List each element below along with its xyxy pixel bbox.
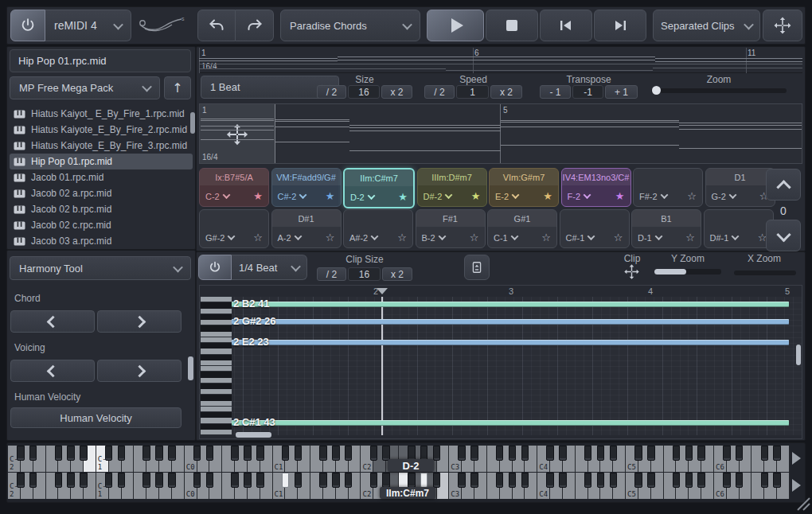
piano-key-sharp[interactable] [736, 446, 744, 461]
piano-key-sharp[interactable] [470, 446, 478, 461]
piano-key-sharp[interactable] [168, 473, 176, 488]
file-list-scrollbar[interactable] [190, 112, 195, 134]
roll-key-white[interactable] [201, 418, 232, 423]
piano-key-sharp[interactable] [142, 446, 150, 461]
chord-clip[interactable]: IIm:C#m7D-2★ [343, 168, 415, 208]
piano-key-sharp[interactable] [521, 473, 529, 488]
chord-clip[interactable]: VM:F#add9/G#C#-2★ [271, 168, 342, 207]
piano-key-sharp[interactable] [142, 473, 150, 488]
skip-to-start-button[interactable] [540, 10, 592, 41]
piano-key-sharp[interactable] [193, 446, 201, 461]
chord-clip[interactable]: D#1A-2☆ [271, 209, 342, 248]
star-icon[interactable]: ☆ [397, 232, 407, 243]
chord-clip[interactable]: C#-1☆ [560, 209, 630, 248]
clip-size-value[interactable]: 16 [348, 267, 381, 281]
star-icon[interactable]: ☆ [541, 232, 551, 243]
piano-key-sharp[interactable] [29, 473, 37, 488]
chord-clip[interactable]: IV4:EM13no3/C#F-2★ [561, 168, 631, 207]
clip-overview[interactable]: 1 5 16/4 [199, 103, 802, 164]
roll-key-black[interactable] [201, 372, 232, 377]
piano-key-sharp[interactable] [610, 446, 618, 461]
speed-increase-button[interactable]: x 2 [490, 85, 522, 99]
piano-key-sharp[interactable] [458, 446, 466, 461]
file-list-item[interactable]: Jacob 03 a.rpc.mid [10, 233, 193, 248]
chevron-down-icon[interactable] [732, 232, 740, 240]
piano-key-sharp[interactable] [206, 446, 214, 461]
star-icon[interactable]: ☆ [470, 232, 479, 243]
piano-key-sharp[interactable] [509, 446, 517, 461]
midi-note[interactable] [232, 302, 789, 307]
chevron-down-icon[interactable] [588, 232, 595, 240]
piano-key-sharp[interactable] [546, 473, 554, 488]
chevron-down-icon[interactable] [512, 191, 520, 199]
stop-button[interactable] [486, 10, 538, 41]
size-decrease-button[interactable]: / 2 [317, 85, 346, 99]
file-list-item[interactable]: Hiatus Kaiyot_ E_By_Fire_1.rpc.mid [10, 106, 193, 122]
star-icon[interactable]: ☆ [614, 232, 623, 243]
voicing-next-button[interactable] [97, 360, 182, 382]
piano-key-sharp[interactable] [67, 446, 75, 461]
chevron-down-icon[interactable] [728, 191, 736, 199]
output-mode-dropdown[interactable]: Separated Clips [653, 10, 760, 41]
piano-key-sharp[interactable] [80, 473, 88, 488]
harmony-beat-dropdown[interactable]: 1/4 Beat [232, 255, 307, 280]
piano-key-sharp[interactable] [509, 473, 517, 488]
piano-roll[interactable]: 2 3 4 5 2 B2 412 G#2 262 E2 232 C#1 43 [199, 285, 802, 439]
roll-key-black[interactable] [201, 395, 232, 400]
tools-panel-scrollbar[interactable] [188, 356, 193, 380]
piano-key-sharp[interactable] [546, 446, 554, 461]
piano-key-sharp[interactable] [761, 473, 769, 488]
roll-key-white[interactable] [201, 297, 232, 302]
playhead-line[interactable] [381, 297, 383, 435]
chevron-down-icon[interactable] [660, 191, 668, 199]
window-resize-handle[interactable] [791, 492, 810, 511]
piano-key-sharp[interactable] [697, 446, 705, 461]
piano-key-sharp[interactable] [673, 473, 681, 488]
piano-key-sharp[interactable] [470, 473, 478, 488]
piano-key-sharp[interactable] [559, 446, 567, 461]
piano-key-sharp[interactable] [256, 473, 264, 488]
roll-v-scrollbar[interactable] [796, 345, 801, 365]
piano-key-sharp[interactable] [496, 473, 504, 488]
file-list-item[interactable]: Hiatus Kaiyote_E_By_Fire_3.rpc.mid [10, 138, 193, 154]
roll-key-white[interactable] [201, 389, 232, 395]
roll-key-white[interactable] [201, 430, 232, 435]
roll-key-black[interactable] [201, 325, 232, 331]
roll-key-white[interactable] [201, 309, 232, 314]
roll-key-black[interactable] [201, 424, 232, 430]
piano-key-sharp[interactable] [17, 473, 25, 488]
piano-key-sharp[interactable] [736, 473, 744, 488]
roll-key-white[interactable] [201, 337, 232, 343]
roll-key-black[interactable] [201, 355, 232, 360]
piano-key-sharp[interactable] [521, 446, 529, 461]
piano-key-sharp[interactable] [458, 473, 466, 488]
x-zoom-slider[interactable] [734, 271, 796, 275]
size-value[interactable]: 16 [348, 85, 380, 99]
piano-key-sharp[interactable] [67, 473, 75, 488]
file-list-item[interactable]: Hiatus Kaiyote_E_By_Fire_2.rpc.mid [10, 122, 193, 138]
piano-roll-grid[interactable] [232, 297, 802, 435]
piano-key-sharp[interactable] [345, 446, 353, 461]
piano-key-sharp[interactable] [433, 473, 441, 488]
file-list-item[interactable]: Jacob 02 c.rpc.mid [10, 217, 193, 233]
harmony-tool-dropdown[interactable]: Harmony Tool [10, 256, 191, 280]
file-list-item[interactable]: Jacob 02 b.rpc.mid [10, 201, 193, 217]
clip-size-increase-button[interactable]: x 2 [382, 267, 412, 281]
piano-key-sharp[interactable] [231, 446, 239, 461]
piano-key-sharp[interactable] [105, 473, 113, 488]
chord-clip[interactable]: B1D-1☆ [631, 209, 701, 248]
chevron-down-icon[interactable] [228, 232, 236, 240]
star-icon[interactable]: ★ [326, 191, 335, 201]
roll-key-black[interactable] [201, 384, 232, 389]
piano-key-sharp[interactable] [118, 446, 126, 461]
file-list-item[interactable]: Hip Pop 01.rpc.mid [10, 154, 193, 169]
piano-key-sharp[interactable] [634, 446, 642, 461]
star-icon[interactable]: ★ [543, 191, 552, 201]
chevron-down-icon[interactable] [584, 191, 591, 199]
piano-key-sharp[interactable] [118, 473, 126, 488]
clip-size-decrease-button[interactable]: / 2 [317, 267, 346, 281]
show-keyboard-button[interactable] [464, 255, 490, 280]
midi-note[interactable] [232, 319, 789, 325]
piano-roll-key-column[interactable] [201, 297, 232, 435]
piano-key-sharp[interactable] [584, 446, 592, 461]
